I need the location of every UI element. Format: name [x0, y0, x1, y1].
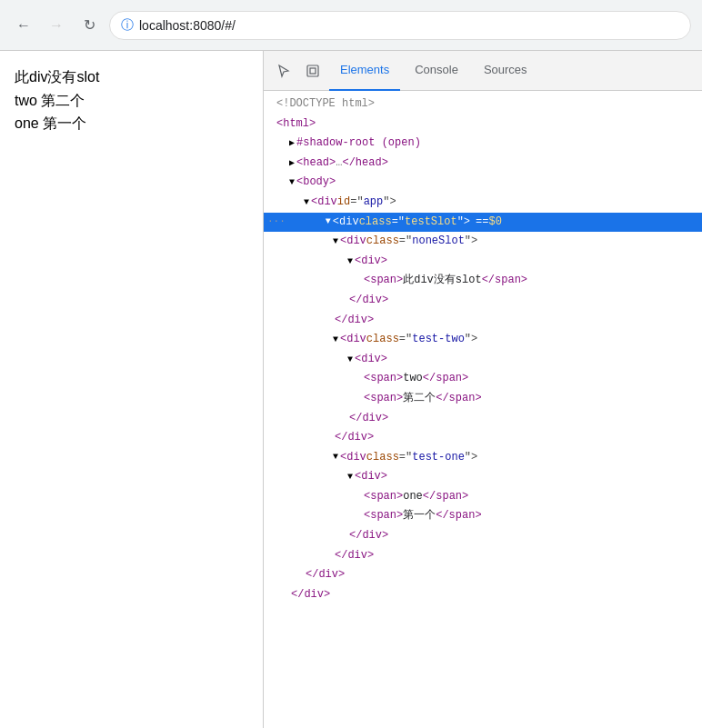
- tab-elements[interactable]: Elements: [329, 51, 400, 91]
- back-button[interactable]: ←: [11, 13, 36, 38]
- toggle-shadow[interactable]: [289, 135, 295, 152]
- cursor-icon[interactable]: [271, 58, 296, 84]
- page-line-1: 此div没有slot: [15, 65, 248, 89]
- dom-line-body[interactable]: <body>: [264, 173, 702, 193]
- dom-line-div-inner1-close[interactable]: </div>: [264, 291, 702, 311]
- toggle-inner3[interactable]: [347, 469, 353, 485]
- dom-line-div-inner1[interactable]: <div>: [264, 252, 702, 272]
- dom-line-div-testtwo[interactable]: <div class="test-two">: [264, 330, 702, 350]
- dom-line-span-one[interactable]: <span>one</span>: [264, 487, 702, 507]
- dom-line-body-close[interactable]: </div>: [264, 585, 702, 605]
- devtools-tabs: Elements Console Sources: [264, 51, 702, 91]
- tab-console[interactable]: Console: [404, 51, 469, 91]
- dom-line-div-app[interactable]: <div id="app">: [264, 193, 702, 213]
- dom-line-div-testslot[interactable]: ··· <div class="testSlot"> == $0: [264, 213, 702, 233]
- toggle-div-app[interactable]: [304, 194, 309, 211]
- page-line-3: one 第一个: [15, 112, 248, 135]
- svg-rect-1: [310, 68, 316, 74]
- toggle-testone[interactable]: [333, 449, 338, 465]
- inspect-icon[interactable]: [300, 58, 326, 84]
- page-line-2: two 第二个: [15, 89, 248, 113]
- dom-line-span-second[interactable]: <span>第二个</span>: [264, 389, 702, 409]
- tab-sources[interactable]: Sources: [473, 51, 538, 91]
- toggle-inner1[interactable]: [347, 254, 353, 270]
- toggle-head[interactable]: [289, 155, 295, 172]
- svg-rect-0: [307, 65, 318, 76]
- dom-tree: <!DOCTYPE html> <html> #shadow-root (ope…: [264, 91, 702, 728]
- dom-line-span-two[interactable]: <span>two</span>: [264, 369, 702, 389]
- dom-line-app-close[interactable]: </div>: [264, 565, 702, 585]
- dom-line-div-noneslot[interactable]: <div class="noneSlot">: [264, 232, 702, 252]
- main-area: 此div没有slot two 第二个 one 第一个 Elements Cons…: [0, 51, 702, 728]
- address-bar[interactable]: ⓘ localhost:8080/#/: [109, 11, 691, 40]
- reload-button[interactable]: ↻: [76, 13, 102, 38]
- info-icon: ⓘ: [121, 17, 134, 34]
- dom-line-div-inner3[interactable]: <div>: [264, 467, 702, 487]
- forward-button[interactable]: →: [44, 13, 69, 38]
- toggle-body[interactable]: [289, 175, 295, 191]
- page-content: 此div没有slot two 第二个 one 第一个: [0, 51, 264, 728]
- dom-line-noneslot-close[interactable]: </div>: [264, 311, 702, 331]
- toggle-testtwo[interactable]: [333, 332, 338, 348]
- dom-line-div-testone[interactable]: <div class="test-one">: [264, 448, 702, 468]
- dom-line-doctype[interactable]: <!DOCTYPE html>: [264, 95, 702, 115]
- toggle-inner2[interactable]: [347, 352, 353, 368]
- dom-line-testtwo-close[interactable]: </div>: [264, 428, 702, 448]
- dom-line-div-inner2[interactable]: <div>: [264, 350, 702, 370]
- dom-line-span-first[interactable]: <span>第一个</span>: [264, 506, 702, 526]
- browser-toolbar: ← → ↻ ⓘ localhost:8080/#/: [0, 0, 702, 51]
- dom-line-inner2-close[interactable]: </div>: [264, 409, 702, 429]
- dom-line-span-nodiv[interactable]: <span>此div没有slot</span>: [264, 271, 702, 291]
- url-text: localhost:8080/#/: [139, 18, 236, 33]
- toggle-noneslot[interactable]: [333, 234, 338, 250]
- dom-line-html[interactable]: <html>: [264, 115, 702, 135]
- selected-indicator: ···: [267, 213, 286, 231]
- dom-line-testone-close[interactable]: </div>: [264, 546, 702, 566]
- dom-line-shadow[interactable]: #shadow-root (open): [264, 134, 702, 154]
- dom-line-inner3-close[interactable]: </div>: [264, 526, 702, 546]
- devtools-panel: Elements Console Sources <!DOCTYPE html>…: [264, 51, 702, 728]
- toggle-testslot[interactable]: [326, 214, 331, 230]
- dom-line-head[interactable]: <head>…</head>: [264, 154, 702, 174]
